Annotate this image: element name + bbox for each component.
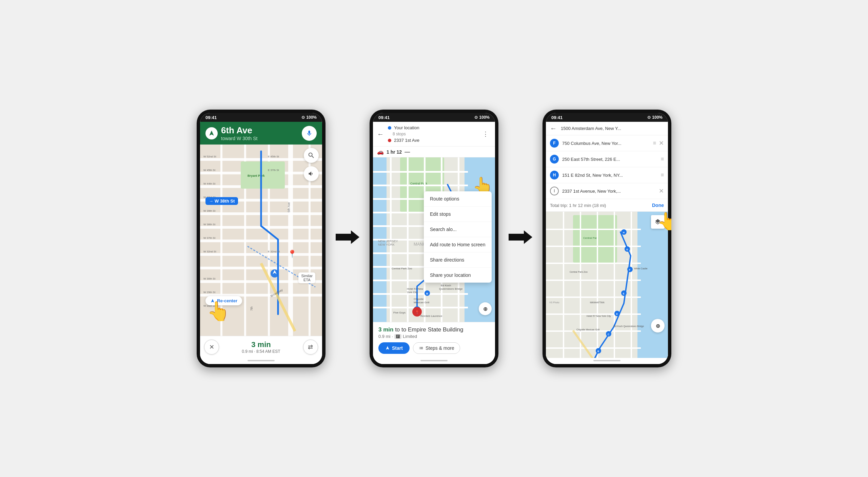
routes-button[interactable]: ⇄	[303, 340, 318, 355]
done-button[interactable]: Done	[652, 203, 664, 208]
svg-text:Central Park Zoo: Central Park Zoo	[570, 271, 588, 273]
dest-sub: 0.9 mi · 🅿 Limited	[378, 334, 490, 339]
mic-button[interactable]	[302, 126, 317, 141]
stop-actions-f: ≡ ✕	[653, 139, 664, 147]
svg-text:E 32nd St: E 32nd St	[268, 250, 280, 253]
svg-rect-98	[546, 297, 641, 298]
svg-rect-107	[631, 212, 632, 358]
svg-text:Chipotle Mexican Grill: Chipotle Mexican Grill	[576, 328, 600, 331]
stop-row-f: F 750 Columbus Ave, New Yor... ≡ ✕	[546, 135, 668, 151]
eta-mins: 3 min	[378, 326, 393, 333]
dest-name: to Empire State Building	[401, 326, 463, 333]
stop-name-g: 250 East 57th Street, 226 E...	[562, 157, 661, 162]
svg-text:Central Park: Central Park	[583, 236, 598, 240]
transport-icon: 🚗	[377, 149, 384, 155]
back-button-p2[interactable]: ←	[377, 130, 384, 138]
svg-rect-7	[200, 240, 322, 242]
svg-rect-101	[546, 347, 641, 349]
total-trip-text: Total trip: 1 hr 12 min (18 mi)	[550, 203, 606, 208]
svg-rect-105	[597, 212, 598, 358]
map-search-button[interactable]	[304, 148, 319, 163]
nav-text: 6th Ave toward W 30th St	[218, 125, 302, 141]
bottom-info-p2: 3 min to to Empire State Building 0.9 mi…	[373, 322, 495, 358]
close-stop-i[interactable]: ✕	[659, 187, 664, 195]
eta-info: 3 min 0.9 mi · 8:54 AM EST	[242, 340, 280, 354]
destination-line: 3 min to to Empire State Building	[378, 326, 490, 333]
drag-handle-g[interactable]: ≡	[661, 156, 664, 162]
home-bar-p1	[200, 358, 322, 364]
home-bar-line	[248, 360, 275, 361]
map-p3: Central Park	[546, 212, 668, 358]
battery-p3: 100%	[652, 115, 663, 120]
svg-rect-103	[563, 212, 564, 358]
close-stop-f[interactable]: ✕	[659, 139, 664, 147]
location-button-p3[interactable]: ⊕	[651, 319, 665, 332]
action-row: Start Steps & more	[378, 342, 490, 354]
svg-text:E: E	[623, 292, 625, 295]
svg-rect-91	[637, 212, 668, 358]
location-icon-p3: ⊙	[647, 115, 651, 120]
hand-cursor-p1: 👆	[207, 300, 230, 322]
p2-sub-bar: 🚗 1 hr 12 —	[373, 147, 495, 157]
stop-count: 8 stops	[388, 131, 480, 137]
time-p2: 09:41	[378, 115, 390, 120]
menu-route-options[interactable]: Route options	[424, 191, 492, 207]
hand-cursor-p3-drag: 👆	[657, 211, 671, 231]
svg-text:York City: York City	[407, 291, 418, 294]
stop-dot-start	[388, 126, 391, 130]
svg-text:NEW YORK: NEW YORK	[378, 243, 395, 246]
svg-text:Hotel 57 New York City: Hotel 57 New York City	[587, 315, 611, 318]
svg-text:Five Guys: Five Guys	[393, 311, 406, 314]
drag-handle-h[interactable]: ≡	[661, 172, 664, 178]
stop-name-f: 750 Columbus Ave, New Yor...	[562, 141, 653, 146]
menu-add-home[interactable]: Add route to Home screen	[424, 237, 492, 252]
svg-rect-48	[373, 185, 468, 186]
cancel-button[interactable]: ✕	[204, 340, 219, 355]
menu-share-location[interactable]: Share your location	[424, 268, 492, 283]
similar-eta: SimilarETA	[298, 272, 315, 283]
steps-button[interactable]: Steps & more	[413, 342, 460, 354]
svg-text:Madison: Madison	[410, 321, 420, 322]
steps-label: Steps & more	[426, 345, 454, 351]
dropdown-menu: Route options Edit stops Search alo... A…	[424, 191, 492, 283]
p2-header: ← Your location 8 stops 2337 1st Ave ⋮	[373, 122, 495, 147]
svg-rect-59	[407, 157, 409, 322]
more-options-button[interactable]: ⋮	[480, 129, 491, 139]
map-sound-button[interactable]	[304, 166, 319, 181]
back-button-p3[interactable]: ←	[550, 125, 557, 132]
svg-text:W 30th St: W 30th St	[203, 277, 216, 280]
svg-text:Reinlieb Laurence: Reinlieb Laurence	[420, 314, 442, 318]
battery-p1: 100%	[306, 115, 317, 120]
drag-handle-f[interactable]: ≡	[653, 140, 656, 146]
svg-rect-57	[373, 307, 468, 308]
svg-text:W 38th St: W 38th St	[203, 223, 216, 226]
stop-letter-f: F	[550, 139, 559, 148]
location-icon-p2: ⊙	[474, 115, 478, 120]
svg-text:Mexican Grill: Mexican Grill	[414, 301, 429, 304]
location-button-p2[interactable]: ⊕	[479, 302, 492, 315]
nav-header: 6th Ave toward W 30th St	[200, 122, 322, 145]
svg-text:Queensboro Bridge: Queensboro Bridge	[439, 287, 463, 290]
svg-text:5th Ave: 5th Ave	[287, 202, 291, 212]
arrow-1	[336, 227, 359, 250]
start-button[interactable]: Start	[378, 342, 410, 354]
svg-rect-9	[200, 267, 322, 269]
bottom-bar-p1: ✕ 3 min 0.9 mi · 8:54 AM EST ⇄	[200, 336, 322, 358]
svg-text:Chipotle: Chipotle	[414, 298, 424, 301]
svg-text:F: F	[629, 269, 631, 271]
svg-marker-41	[336, 230, 359, 244]
menu-share-directions[interactable]: Share directions	[424, 252, 492, 268]
svg-text:W 44th St: W 44th St	[203, 182, 216, 185]
stop-actions-i: ✕	[659, 187, 664, 195]
svg-text:Ed Koch Queensboro Bridge: Ed Koch Queensboro Bridge	[614, 325, 644, 328]
menu-search-along[interactable]: Search alo...	[424, 222, 492, 237]
phone-1: 09:41 ⊙ 100% 6th Ave toward W 30th St	[197, 110, 326, 367]
svg-text:NEW JERSEY: NEW JERSEY	[378, 240, 398, 243]
stop-letter-g: G	[550, 155, 559, 164]
stop-destination: 2337 1st Ave	[388, 137, 480, 144]
stop-dot-end	[388, 139, 391, 142]
menu-edit-stops[interactable]: Edit stops	[424, 207, 492, 222]
svg-text:B: B	[597, 350, 599, 352]
svg-marker-89	[509, 230, 532, 244]
svg-text:G: G	[626, 248, 628, 251]
